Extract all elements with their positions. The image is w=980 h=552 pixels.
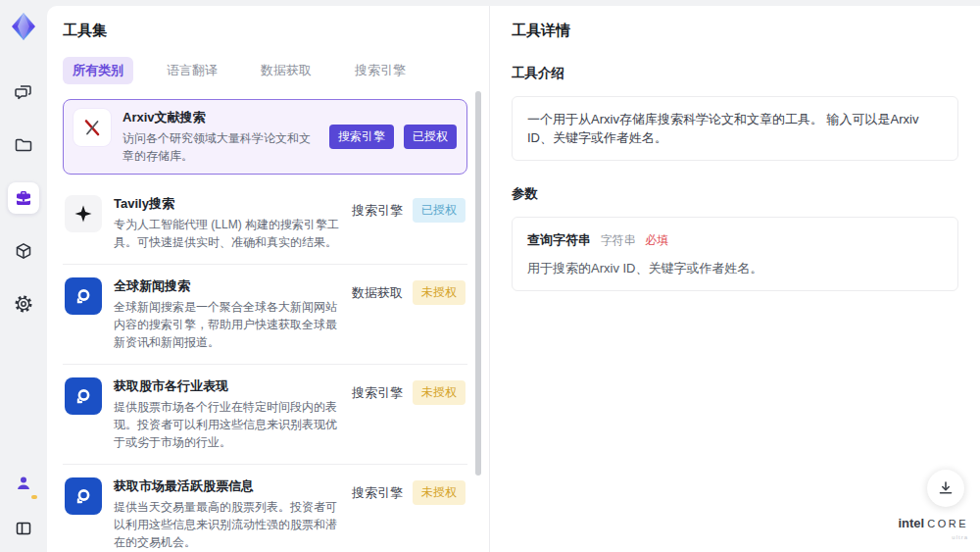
tool-description: 提供当天交易量最高的股票列表。投资者可以利用这些信息来识别流动性强的股票和潜在的…	[114, 498, 342, 551]
detail-title: 工具详情	[512, 22, 958, 40]
auth-badge: 已授权	[404, 125, 457, 149]
main-surface: 工具集 所有类别 语言翻译 数据获取 搜索引擎 Arxiv文献搜索 访问各个研究…	[47, 6, 980, 552]
sidebar-item-settings[interactable]	[8, 288, 39, 320]
list-scrollbar[interactable]	[475, 91, 481, 476]
intro-heading: 工具介绍	[512, 65, 958, 82]
category-label: 搜索引擎	[352, 484, 403, 502]
globalnews-logo-icon	[65, 277, 102, 315]
params-heading: 参数	[512, 185, 958, 203]
category-badge: 搜索引擎	[329, 125, 394, 149]
sidebar-item-chat[interactable]	[8, 76, 39, 108]
tool-name: Arxiv文献搜索	[122, 109, 319, 125]
tool-card-arxiv[interactable]: Arxiv文献搜索 访问各个研究领域大量科学论文和文章的存储库。 搜索引擎 已授…	[63, 99, 467, 175]
tool-card-tavily[interactable]: Tavily搜索 专为人工智能代理 (LLM) 构建的搜索引擎工具。可快速提供实…	[63, 182, 467, 265]
chat-icon	[14, 82, 33, 102]
category-label: 搜索引擎	[352, 384, 403, 402]
app-sidebar	[0, 0, 47, 552]
intro-box: 一个用于从Arxiv存储库搜索科学论文和文章的工具。 输入可以是Arxiv ID…	[512, 96, 958, 161]
sidebar-item-files[interactable]	[8, 129, 39, 161]
tool-detail-panel: 工具详情 工具介绍 一个用于从Arxiv存储库搜索科学论文和文章的工具。 输入可…	[490, 6, 980, 552]
stock-sector-logo-icon	[65, 377, 102, 415]
param-box: 查询字符串 字符串 必填 用于搜索的Arxiv ID、关键字或作者姓名。	[512, 217, 958, 291]
category-label: 数据获取	[352, 284, 403, 302]
tool-description: 全球新闻搜索是一个聚合全球各大新闻网站内容的搜索引擎，帮助用户快速获取全球最新资…	[114, 298, 342, 351]
arxiv-logo-icon	[74, 109, 111, 146]
download-button[interactable]	[927, 470, 964, 507]
auth-badge: 已授权	[413, 198, 466, 223]
app-logo-icon	[7, 10, 40, 43]
param-header: 查询字符串 字符串 必填	[527, 230, 943, 250]
stock-active-logo-icon	[65, 477, 102, 515]
tab-search-engine[interactable]: 搜索引擎	[345, 57, 416, 84]
tool-card-active-stocks[interactable]: 获取市场最活跃股票信息 提供当天交易量最高的股票列表。投资者可以利用这些信息来识…	[63, 465, 467, 552]
collapse-sidebar-button[interactable]	[8, 513, 39, 544]
gear-icon	[14, 294, 33, 314]
tool-name: Tavily搜索	[114, 195, 342, 212]
tool-description: 提供股票市场各个行业在特定时间段内的表现。投资者可以利用这些信息来识别表现优于或…	[114, 398, 342, 451]
tool-card-stock-sector[interactable]: 获取股市各行业表现 提供股票市场各个行业在特定时间段内的表现。投资者可以利用这些…	[63, 365, 467, 465]
intel-logo-text: intel	[898, 517, 924, 529]
param-name: 查询字符串	[527, 232, 591, 247]
download-icon	[937, 479, 955, 497]
page-title: 工具集	[63, 22, 467, 40]
tool-name: 全球新闻搜索	[114, 277, 342, 294]
tool-description: 专为人工智能代理 (LLM) 构建的搜索引擎工具。可快速提供实时、准确和真实的结…	[114, 216, 342, 251]
tab-all-categories[interactable]: 所有类别	[63, 57, 133, 84]
category-label: 搜索引擎	[352, 202, 403, 220]
user-icon	[15, 475, 32, 492]
core-series-text: ultra	[898, 531, 968, 544]
tool-list-panel: 工具集 所有类别 语言翻译 数据获取 搜索引擎 Arxiv文献搜索 访问各个研究…	[47, 6, 490, 552]
tool-name: 获取市场最活跃股票信息	[114, 477, 342, 494]
tool-name: 获取股市各行业表现	[114, 377, 342, 394]
auth-badge: 未授权	[413, 380, 466, 405]
panel-toggle-icon	[15, 520, 32, 537]
tool-description: 访问各个研究领域大量科学论文和文章的存储库。	[122, 129, 319, 165]
user-status-badge	[31, 495, 37, 499]
auth-badge: 未授权	[413, 480, 466, 505]
tab-language-translation[interactable]: 语言翻译	[157, 57, 227, 84]
intel-core-logo: intel CORE ultra	[898, 517, 968, 544]
param-type: 字符串	[601, 233, 636, 247]
tavily-logo-icon	[65, 195, 102, 232]
sidebar-item-packages[interactable]	[8, 235, 39, 267]
user-avatar-button[interactable]	[8, 468, 39, 499]
package-icon	[14, 241, 33, 261]
tool-card-global-news[interactable]: 全球新闻搜索 全球新闻搜索是一个聚合全球各大新闻网站内容的搜索引擎，帮助用户快速…	[63, 265, 467, 365]
tab-data-acquisition[interactable]: 数据获取	[251, 57, 321, 84]
auth-badge: 未授权	[413, 280, 466, 305]
core-logo-text: CORE	[927, 518, 968, 530]
folder-icon	[14, 135, 33, 155]
category-tabs: 所有类别 语言翻译 数据获取 搜索引擎	[63, 57, 467, 84]
briefcase-icon	[14, 188, 33, 208]
param-description: 用于搜索的Arxiv ID、关键字或作者姓名。	[527, 259, 943, 277]
param-required-flag: 必填	[645, 233, 668, 247]
sidebar-item-tools[interactable]	[8, 182, 39, 214]
tool-list: Arxiv文献搜索 访问各个研究领域大量科学论文和文章的存储库。 搜索引擎 已授…	[63, 99, 467, 552]
